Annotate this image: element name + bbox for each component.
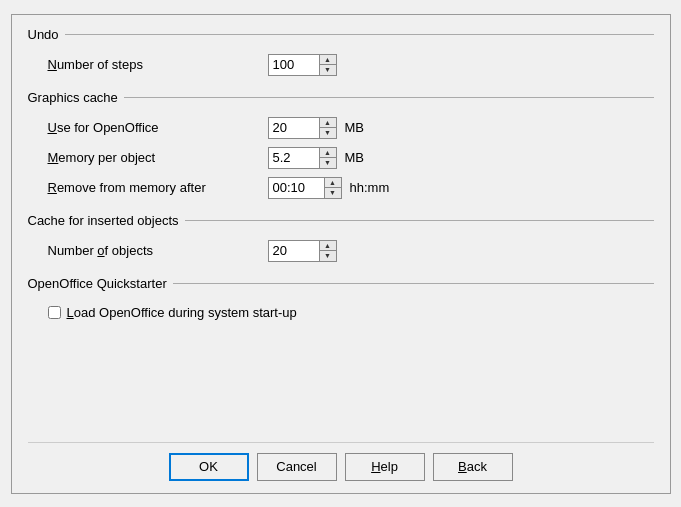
button-bar: OK Cancel Help Back [28,442,654,481]
cache-inserted-header: Cache for inserted objects [28,213,654,228]
number-of-objects-input[interactable] [269,241,319,261]
remove-from-memory-spin-up[interactable]: ▲ [325,178,341,188]
undo-section-label: Undo [28,27,65,42]
spacer [28,334,654,434]
memory-per-object-unit: MB [345,150,365,165]
memory-per-object-spinbox-buttons: ▲ ▼ [319,148,336,168]
back-button[interactable]: Back [433,453,513,481]
number-of-steps-spin-up[interactable]: ▲ [320,55,336,65]
number-of-steps-row: Number of steps ▲ ▼ [28,50,654,80]
load-openoffice-row: Load OpenOffice during system start-up [28,299,654,324]
number-of-objects-spin-down[interactable]: ▼ [320,251,336,261]
number-of-objects-spinbox-wrapper: ▲ ▼ [268,240,337,262]
remove-from-memory-spinbox-buttons: ▲ ▼ [324,178,341,198]
cache-inserted-section: Cache for inserted objects Number of obj… [28,213,654,266]
use-for-openoffice-row: Use for OpenOffice ▲ ▼ MB [28,113,654,143]
remove-from-memory-spinbox[interactable]: ▲ ▼ [268,177,342,199]
use-for-openoffice-input[interactable] [269,118,319,138]
quickstarter-section: OpenOffice Quickstarter Load OpenOffice … [28,276,654,324]
quickstarter-header: OpenOffice Quickstarter [28,276,654,291]
memory-per-object-spinbox[interactable]: ▲ ▼ [268,147,337,169]
use-for-openoffice-label: Use for OpenOffice [48,120,268,135]
use-for-openoffice-spinbox-buttons: ▲ ▼ [319,118,336,138]
graphics-cache-section: Graphics cache Use for OpenOffice ▲ ▼ MB [28,90,654,203]
load-openoffice-checkbox[interactable] [48,306,61,319]
number-of-steps-spinbox-wrapper: ▲ ▼ [268,54,337,76]
number-of-objects-spinbox[interactable]: ▲ ▼ [268,240,337,262]
number-of-objects-spinbox-buttons: ▲ ▼ [319,241,336,261]
remove-from-memory-unit: hh:mm [350,180,390,195]
use-for-openoffice-spin-down[interactable]: ▼ [320,128,336,138]
number-of-objects-row: Number of objects ▲ ▼ [28,236,654,266]
number-of-steps-spinbox-buttons: ▲ ▼ [319,55,336,75]
content-area: Undo Number of steps ▲ ▼ [28,27,654,434]
memory-per-object-label: Memory per object [48,150,268,165]
cancel-button[interactable]: Cancel [257,453,337,481]
ok-button[interactable]: OK [169,453,249,481]
use-for-openoffice-unit: MB [345,120,365,135]
memory-per-object-spin-up[interactable]: ▲ [320,148,336,158]
memory-per-object-spin-down[interactable]: ▼ [320,158,336,168]
use-for-openoffice-spinbox-wrapper: ▲ ▼ MB [268,117,365,139]
undo-section-header: Undo [28,27,654,42]
remove-from-memory-row: Remove from memory after ▲ ▼ hh:mm [28,173,654,203]
help-button[interactable]: Help [345,453,425,481]
graphics-cache-label: Graphics cache [28,90,124,105]
number-of-steps-label: Number of steps [48,57,268,72]
number-of-steps-input[interactable] [269,55,319,75]
use-for-openoffice-spin-up[interactable]: ▲ [320,118,336,128]
number-of-steps-spin-down[interactable]: ▼ [320,65,336,75]
quickstarter-label: OpenOffice Quickstarter [28,276,173,291]
use-for-openoffice-spinbox[interactable]: ▲ ▼ [268,117,337,139]
remove-from-memory-spinbox-wrapper: ▲ ▼ hh:mm [268,177,390,199]
number-of-objects-label: Number of objects [48,243,268,258]
number-of-objects-spin-up[interactable]: ▲ [320,241,336,251]
memory-per-object-spinbox-wrapper: ▲ ▼ MB [268,147,365,169]
remove-from-memory-label: Remove from memory after [48,180,268,195]
main-dialog: Undo Number of steps ▲ ▼ [11,14,671,494]
remove-from-memory-input[interactable] [269,178,324,198]
undo-section: Undo Number of steps ▲ ▼ [28,27,654,80]
graphics-cache-header: Graphics cache [28,90,654,105]
cache-inserted-label: Cache for inserted objects [28,213,185,228]
number-of-steps-spinbox[interactable]: ▲ ▼ [268,54,337,76]
memory-per-object-input[interactable] [269,148,319,168]
memory-per-object-row: Memory per object ▲ ▼ MB [28,143,654,173]
load-openoffice-label: Load OpenOffice during system start-up [67,305,297,320]
remove-from-memory-spin-down[interactable]: ▼ [325,188,341,198]
